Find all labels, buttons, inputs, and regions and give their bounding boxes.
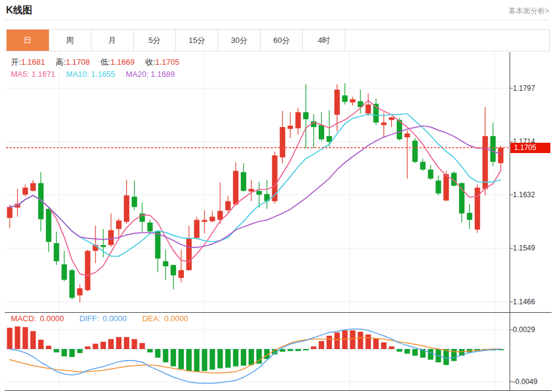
grid-layer [6,52,510,390]
ma-row: MA5: 1.1671 MA10: 1.1655 MA20: 1.1689 [11,68,187,80]
open-value: 1.1681 [21,57,45,67]
kline-chart-page: K线图 基本面分析> 日 周 月 5分 15分 30分 60分 4时 开:1.1… [0,0,554,392]
macd-histogram [7,327,504,372]
low-value: 1.1669 [111,57,135,67]
ma20-value: 1.1689 [151,70,175,79]
dea-label: DEA: [142,314,160,323]
dea-value: 0.0000 [165,314,189,323]
low-label: 低: [100,57,111,67]
ma20-label: MA20: [126,70,149,79]
candles-layer [7,83,504,302]
current-price-tag: 1.1705 [510,143,550,153]
diff-line [10,329,501,384]
close-label: 收: [145,57,155,67]
close-value: 1.1705 [155,57,180,67]
macd-label: MACD: [11,314,36,323]
ma10-label: MA10: [66,70,89,79]
ma10-line [10,114,501,256]
macd-value: 0.0000 [40,314,64,323]
ma5-value: 1.1671 [31,70,56,79]
high-value: 1.1708 [66,57,90,67]
diff-value: 0.0000 [103,314,127,323]
ma5-label: MA5: [11,70,29,79]
macd-info: MACD:0.0000 DIFF:0.0000 DEA:0.0000 [11,314,192,323]
ohlc-info: 开:1.1681 高:1.1708 低:1.1669 收:1.1705 MA5:… [11,56,187,80]
open-label: 开: [11,57,21,67]
ma10-value: 1.1655 [91,70,116,79]
dea-line [10,338,501,373]
high-label: 高: [56,57,66,67]
diff-label: DIFF: [79,314,99,323]
ma20-line [10,126,501,247]
ohlc-row: 开:1.1681 高:1.1708 低:1.1669 收:1.1705 [11,56,187,68]
